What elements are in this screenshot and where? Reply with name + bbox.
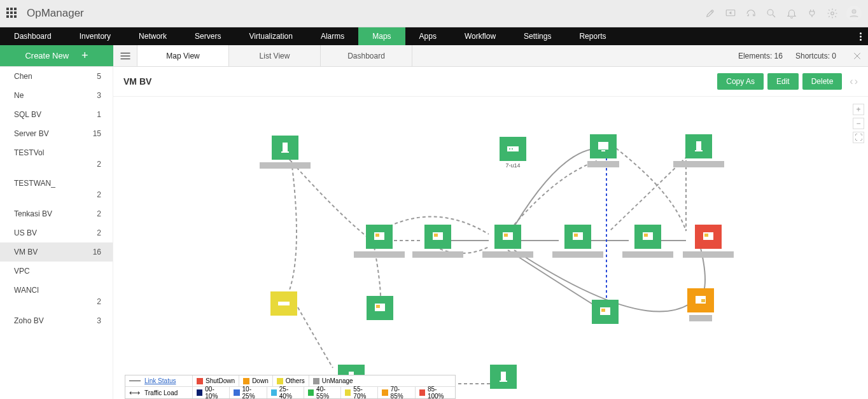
view-tabs: Map View List View Dashboard <box>137 45 412 66</box>
svg-point-1 <box>767 10 773 15</box>
tab-dashboard[interactable]: Dashboard <box>321 45 412 66</box>
sidebar-item[interactable]: TESTWAN_2 <box>0 174 113 204</box>
nav-alarms[interactable]: Alarms <box>307 27 358 45</box>
map-node[interactable] <box>260 136 311 169</box>
shortcuts-count: Shortcuts: 0 <box>795 52 836 60</box>
sidebar-item[interactable]: VM BV16 <box>0 242 113 262</box>
sub-toolbar: Create New + Map View List View Dashboar… <box>0 45 868 67</box>
map-canvas-area: VM BV Copy As Edit Delete ‹› + − ⛶ <box>113 67 868 399</box>
legend-link-status-label[interactable]: Link Status <box>144 377 176 384</box>
map-node[interactable] <box>552 225 603 258</box>
map-node[interactable] <box>367 296 393 320</box>
map-node[interactable] <box>270 291 297 316</box>
nav-more-icon[interactable] <box>857 27 864 45</box>
svg-rect-30 <box>278 302 290 305</box>
sidebar-item[interactable]: Server BV15 <box>0 124 113 143</box>
rocket-icon[interactable] <box>701 4 719 22</box>
copy-as-button[interactable]: Copy As <box>717 73 764 90</box>
svg-rect-21 <box>434 234 438 237</box>
main-nav: Dashboard Inventory Network Servers Virt… <box>0 27 868 45</box>
map-node[interactable] <box>592 300 619 324</box>
svg-rect-29 <box>704 234 708 237</box>
plus-icon: + <box>81 49 88 62</box>
sidebar-item[interactable]: WANCl2 <box>0 281 113 311</box>
edit-button[interactable]: Edit <box>767 73 799 90</box>
close-icon[interactable] <box>846 45 868 66</box>
legend-cell: 85-100% <box>416 387 455 398</box>
nav-inventory[interactable]: Inventory <box>66 27 125 45</box>
nav-workflow[interactable]: Workflow <box>451 27 510 45</box>
nav-maps[interactable]: Maps <box>358 27 405 45</box>
svg-rect-36 <box>701 299 705 302</box>
map-node[interactable] <box>587 134 619 167</box>
sidebar-item[interactable]: Chen5 <box>0 67 113 86</box>
canvas-header: VM BV Copy As Edit Delete ‹› <box>113 67 868 97</box>
sidebar-item[interactable]: Zoho BV3 <box>0 311 113 330</box>
search-icon[interactable] <box>762 4 780 22</box>
map-nav-arrows[interactable]: ‹› <box>850 76 858 87</box>
map-node[interactable] <box>482 225 533 258</box>
svg-rect-32 <box>376 305 380 308</box>
sidebar-item[interactable]: SQL BV1 <box>0 105 113 124</box>
elements-count: Elements: 16 <box>738 52 783 60</box>
create-new-button[interactable]: Create New + <box>0 45 113 66</box>
legend-cell: 70-85% <box>378 387 415 398</box>
legend-cell: 55-70% <box>341 387 378 398</box>
map-node[interactable] <box>412 225 463 258</box>
legend-cell: Others <box>273 375 309 387</box>
map-node[interactable] <box>354 225 405 258</box>
bell-icon[interactable] <box>783 4 801 22</box>
map-node[interactable] <box>687 288 714 321</box>
nav-apps[interactable]: Apps <box>405 27 451 45</box>
svg-point-2 <box>831 12 834 15</box>
chevron-right-icon: › <box>855 76 858 87</box>
sidebar-item[interactable]: Ne3 <box>0 86 113 105</box>
map-node[interactable] <box>622 225 673 258</box>
map-stats: Elements: 16 Shortcuts: 0 <box>738 45 846 66</box>
svg-rect-14 <box>598 142 608 150</box>
headset-icon[interactable] <box>742 4 760 22</box>
apps-grid-icon[interactable] <box>6 8 18 19</box>
map-list-sidebar: Chen5 Ne3 SQL BV1 Server BV15 TESTVol2 T… <box>0 67 113 399</box>
tab-list-view[interactable]: List View <box>229 45 321 66</box>
sidebar-item[interactable]: VPC <box>0 262 113 281</box>
svg-rect-17 <box>695 150 703 151</box>
nav-virtualization[interactable]: Virtualization <box>235 27 306 45</box>
map-node[interactable]: 7-u14 <box>489 137 537 169</box>
toolbar-icons <box>701 4 862 22</box>
map-title: VM BV <box>123 76 151 87</box>
sidebar-item[interactable]: Tenkasi BV2 <box>0 204 113 223</box>
gear-icon[interactable] <box>823 4 841 22</box>
user-avatar-icon[interactable] <box>846 6 862 21</box>
tab-map-view[interactable]: Map View <box>137 45 229 66</box>
nav-settings[interactable]: Settings <box>510 27 565 45</box>
topology-canvas[interactable]: 7-u14 mici <box>113 97 868 399</box>
create-new-label: Create New <box>25 51 69 60</box>
delete-button[interactable]: Delete <box>802 73 843 90</box>
nav-reports[interactable]: Reports <box>565 27 620 45</box>
svg-rect-19 <box>375 234 379 237</box>
chevron-left-icon: ‹ <box>850 76 853 87</box>
legend-cell: 00-10% <box>193 387 230 398</box>
legend-cell: ShutDown <box>193 375 239 387</box>
svg-rect-9 <box>283 143 288 151</box>
sidebar-toggle-icon[interactable] <box>113 45 137 66</box>
map-node[interactable] <box>490 365 517 389</box>
sidebar-item[interactable]: US BV2 <box>0 223 113 242</box>
svg-rect-15 <box>601 150 605 151</box>
brand-title: OpManager <box>27 7 84 20</box>
plug-icon[interactable] <box>803 4 821 22</box>
svg-rect-25 <box>574 234 578 237</box>
presentation-icon[interactable] <box>722 4 739 22</box>
svg-point-12 <box>509 148 510 150</box>
legend-panel: Link Status ShutDownDownOthersUnManage ⟷… <box>125 375 456 399</box>
legend-cell: Down <box>239 375 273 387</box>
nav-servers[interactable]: Servers <box>181 27 235 45</box>
nav-network[interactable]: Network <box>125 27 181 45</box>
sidebar-item[interactable]: TESTVol2 <box>0 143 113 174</box>
legend-traffic-load-label: Traffic Load <box>144 389 178 396</box>
map-node[interactable] <box>683 225 734 258</box>
map-node[interactable] <box>673 134 724 167</box>
svg-rect-40 <box>500 381 507 382</box>
nav-dashboard[interactable]: Dashboard <box>0 27 66 45</box>
